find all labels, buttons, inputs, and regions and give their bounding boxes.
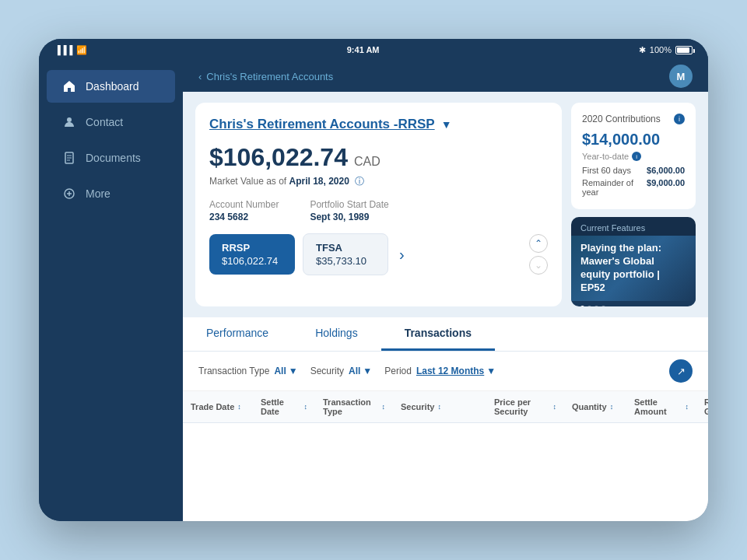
security-dropdown-icon: ▼ xyxy=(363,366,372,376)
sidebar-item-contact[interactable]: Contact xyxy=(47,106,175,138)
dot-3 xyxy=(594,306,598,306)
carousel-nav: ⌃ ⌄ xyxy=(529,234,548,275)
card-type-rrsp: RRSP xyxy=(222,242,282,254)
card-arrow-icon[interactable]: › xyxy=(399,246,405,264)
features-dots xyxy=(571,301,696,306)
account-title-text[interactable]: Chris's Retirement Accounts -RRSP xyxy=(209,117,435,132)
account-number-value: 234 5682 xyxy=(209,212,279,222)
filter-period-label: Period xyxy=(384,366,412,376)
wifi-icon: 📶 xyxy=(76,45,87,55)
sort-price-icon[interactable]: ↕ xyxy=(553,403,557,411)
doc-icon xyxy=(62,151,76,165)
filters-row: Transaction Type All ▼ Security All ▼ xyxy=(183,352,708,391)
account-number-label: Account Number xyxy=(209,199,279,210)
table-header: Trade Date ↕ Settle Date ↕ Transaction T… xyxy=(183,391,708,423)
market-value-section: $106,022.74 CAD Market Value as of April… xyxy=(209,143,548,188)
person-icon xyxy=(62,115,76,129)
th-security: Security ↕ xyxy=(393,391,486,422)
main-card: Chris's Retirement Accounts -RRSP ▼ $106… xyxy=(195,103,562,306)
market-value-number: $106,022.74 xyxy=(209,143,348,172)
contributions-info-icon[interactable]: i xyxy=(674,114,685,124)
contributions-title-text: 2020 Contributions xyxy=(582,114,661,124)
period-dropdown-icon: ▼ xyxy=(486,366,496,376)
contributions-title-row: 2020 Contributions i xyxy=(582,114,685,124)
breakdown-remainder-label: Remainder of year xyxy=(582,178,647,197)
filter-security-select[interactable]: All ▼ xyxy=(349,366,372,376)
th-gain-loss: Realized Gain/ Loss ↕ xyxy=(696,391,708,422)
breakdown-row-first: First 60 days $6,000.00 xyxy=(582,164,685,177)
battery-icon xyxy=(675,46,693,54)
dot-1 xyxy=(580,306,584,306)
card-amount-rrsp: $106,022.74 xyxy=(222,255,282,267)
sort-settle-icon[interactable]: ↕ xyxy=(304,403,308,411)
th-price: Price per Security ↕ xyxy=(486,391,564,422)
filter-security-label: Security xyxy=(310,366,344,376)
sidebar-item-dashboard[interactable]: Dashboard xyxy=(47,70,175,103)
status-right: ✱ 100% xyxy=(639,45,693,55)
sidebar-label-more: More xyxy=(86,187,110,200)
right-sidebar: 2020 Contributions i $14,000.00 Year-to-… xyxy=(571,103,696,306)
sidebar-item-more[interactable]: More xyxy=(47,177,175,210)
page-body: Chris's Retirement Accounts -RRSP ▼ $106… xyxy=(183,92,708,317)
top-nav: ‹ Chris's Retirement Accounts M xyxy=(183,61,708,92)
sort-trade-icon[interactable]: ↕ xyxy=(237,403,241,411)
avatar-initial: M xyxy=(677,71,686,82)
account-number-block: Account Number 234 5682 xyxy=(209,199,279,222)
export-icon: ↗ xyxy=(677,366,686,377)
breakdown-first-value: $6,000.00 xyxy=(647,166,685,175)
status-time: 9:41 AM xyxy=(347,45,380,54)
features-header: Current Features xyxy=(571,217,696,236)
breakdown-row-remainder: Remainder of year $9,000.00 xyxy=(582,177,685,198)
carousel-up-button[interactable]: ⌃ xyxy=(529,234,548,253)
filter-type-label: Transaction Type xyxy=(198,366,269,376)
tab-performance[interactable]: Performance xyxy=(183,317,292,351)
sort-qty-icon[interactable]: ↕ xyxy=(610,403,614,411)
ytd-info-icon[interactable]: i xyxy=(632,152,641,161)
carousel-down-button[interactable]: ⌄ xyxy=(529,256,548,275)
sort-settle-amt-icon[interactable]: ↕ xyxy=(686,403,689,411)
main-content: Dashboard Contact Documents More xyxy=(39,61,708,521)
filter-type-group: Transaction Type All ▼ xyxy=(198,366,298,376)
sidebar-label-dashboard: Dashboard xyxy=(86,80,139,93)
contributions-amount: $14,000.00 xyxy=(582,131,685,149)
filter-security-group: Security All ▼ xyxy=(310,366,373,376)
portfolio-start-label: Portfolio Start Date xyxy=(310,199,388,210)
market-value-amount: $106,022.74 CAD xyxy=(209,143,548,172)
th-settle-amount: Settle Amount ↕ xyxy=(626,391,696,422)
sidebar-label-documents: Documents xyxy=(86,152,141,164)
avatar[interactable]: M xyxy=(669,65,693,88)
sidebar-item-documents[interactable]: Documents xyxy=(47,142,175,174)
account-card-tfsa[interactable]: TFSA $35,733.10 xyxy=(303,233,388,275)
currency-label: CAD xyxy=(354,155,381,169)
tab-holdings[interactable]: Holdings xyxy=(292,317,381,351)
portfolio-start-block: Portfolio Start Date Sept 30, 1989 xyxy=(310,199,388,222)
th-settle-date: Settle Date ↕ xyxy=(253,391,315,422)
breakdown-remainder-value: $9,000.00 xyxy=(647,178,685,197)
chevron-left-icon: ‹ xyxy=(198,71,202,82)
th-quantity: Quantity ↕ xyxy=(564,391,626,422)
device-frame: ▐▐▐ 📶 9:41 AM ✱ 100% Dashboard Contact xyxy=(39,39,708,521)
export-button[interactable]: ↗ xyxy=(669,359,693,383)
tabs-bar: Performance Holdings Transactions xyxy=(183,317,708,352)
th-transaction-type: Transaction Type ↕ xyxy=(315,391,393,422)
filter-period-select[interactable]: Last 12 Months ▼ xyxy=(416,366,496,376)
plus-circle-icon xyxy=(62,187,76,201)
tab-transactions[interactable]: Transactions xyxy=(381,317,495,351)
back-link[interactable]: ‹ Chris's Retirement Accounts xyxy=(198,71,333,82)
account-card-rrsp[interactable]: RRSP $106,022.74 xyxy=(209,234,295,275)
contributions-card: 2020 Contributions i $14,000.00 Year-to-… xyxy=(571,103,696,209)
features-title: Playing the plan: Mawer's Global equity … xyxy=(580,242,686,295)
market-date-info-icon[interactable]: ⓘ xyxy=(355,176,364,187)
market-value-date: Market Value as of April 18, 2020 ⓘ xyxy=(209,175,548,188)
filter-type-select[interactable]: All ▼ xyxy=(274,366,297,376)
dropdown-arrow-icon[interactable]: ▼ xyxy=(441,118,452,131)
filter-period-group: Period Last 12 Months ▼ xyxy=(384,366,496,376)
dot-2 xyxy=(587,306,591,306)
features-body: Playing the plan: Mawer's Global equity … xyxy=(571,236,696,301)
sort-type-icon[interactable]: ↕ xyxy=(382,403,386,411)
sort-security-icon[interactable]: ↕ xyxy=(437,403,441,411)
contributions-breakdown: First 60 days $6,000.00 Remainder of yea… xyxy=(582,164,685,198)
th-trade-date: Trade Date ↕ xyxy=(183,391,253,422)
status-bar: ▐▐▐ 📶 9:41 AM ✱ 100% xyxy=(39,39,708,61)
dot-4 xyxy=(601,306,605,306)
